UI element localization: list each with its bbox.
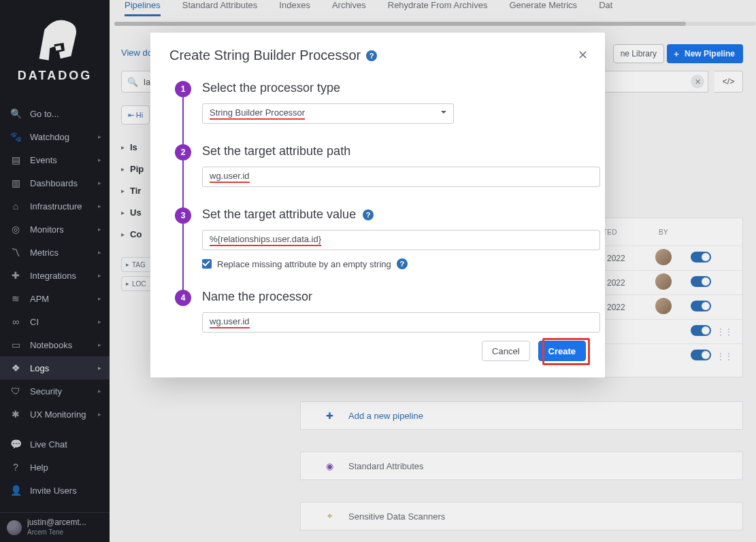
cancel-button[interactable]: Cancel xyxy=(482,341,529,361)
collapse-icon: ⇤ xyxy=(128,111,134,120)
chevron-right-icon: ▸ xyxy=(98,180,101,186)
step-2-title: Set the target attribute path xyxy=(202,144,586,158)
tab-indexes[interactable]: Indexes xyxy=(279,0,310,16)
step-1-title: Select the processor type xyxy=(202,81,586,95)
help-icon[interactable]: ? xyxy=(363,209,374,220)
chevron-down-icon xyxy=(441,111,446,116)
hide-button[interactable]: ⇤ Hi xyxy=(121,105,150,124)
close-button[interactable]: ✕ xyxy=(578,49,591,63)
nav-monitors[interactable]: ◎Monitors▸ xyxy=(0,218,110,241)
nav-user[interactable]: justin@arcemt... Arcem Tene xyxy=(0,512,110,542)
chevron-right-icon: ▸ xyxy=(98,272,101,279)
col-by: BY xyxy=(636,228,691,236)
toggle[interactable] xyxy=(691,350,711,360)
metrics-icon: 〽 xyxy=(8,247,23,258)
chevron-right-icon: ▸ xyxy=(121,231,125,238)
replace-missing-checkbox[interactable]: Replace missing attribute by an empty st… xyxy=(202,258,586,269)
chevron-right-icon: ▸ xyxy=(98,133,101,140)
nav-invite[interactable]: 👤Invite Users xyxy=(0,479,110,502)
nav-ux[interactable]: ✱UX Monitoring▸ xyxy=(0,403,110,426)
nav-goto[interactable]: 🔍Go to... xyxy=(0,102,110,125)
dashboards-icon: ▥ xyxy=(8,177,23,188)
nav-notebooks[interactable]: ▭Notebooks▸ xyxy=(0,333,110,356)
step-2: 2 Set the target attribute path wg.user.… xyxy=(169,144,586,187)
nav-dashboards[interactable]: ▥Dashboards▸ xyxy=(0,171,110,194)
drag-handle-icon[interactable]: ⋮⋮ xyxy=(717,327,729,337)
toggle[interactable] xyxy=(691,301,711,311)
search-icon: 🔍 xyxy=(8,108,23,119)
tab-overflow[interactable]: Dat xyxy=(599,0,612,16)
target-value-input[interactable]: %{relationships.user.data.id} xyxy=(202,230,600,250)
view-docs-link[interactable]: View do xyxy=(121,48,152,58)
nav-livechat[interactable]: 💬Live Chat xyxy=(0,433,110,456)
processor-type-select[interactable]: String Builder Processor xyxy=(202,103,454,124)
chevron-right-icon: ▸ xyxy=(98,156,101,163)
new-pipeline-button[interactable]: ＋New Pipeline xyxy=(667,44,743,63)
nav-logs[interactable]: ❖Logs▸ xyxy=(0,356,110,379)
apm-icon: ≋ xyxy=(8,293,23,304)
plus-icon: ＋ xyxy=(672,48,680,60)
chevron-right-icon: ▸ xyxy=(98,388,101,394)
nav-help[interactable]: ?Help xyxy=(0,456,110,479)
pipeline-library-button[interactable]: ne Library xyxy=(613,44,664,63)
step-number: 1 xyxy=(175,81,191,97)
tab-archives[interactable]: Archives xyxy=(332,0,366,16)
chevron-right-icon: ▸ xyxy=(98,295,101,302)
tab-std-attrs[interactable]: Standard Attributes xyxy=(182,0,258,16)
chevron-right-icon: ▸ xyxy=(98,341,101,348)
step-4: 4 Name the processor wg.user.id xyxy=(169,290,586,333)
tabs-scrollbar[interactable] xyxy=(114,22,756,26)
nav-ci[interactable]: ∞CI▸ xyxy=(0,310,110,333)
avatar xyxy=(655,273,672,290)
toggle[interactable] xyxy=(691,276,711,287)
add-pipeline-row[interactable]: ✚Add a new pipeline xyxy=(300,401,743,430)
nav-watchdog[interactable]: 🐾Watchdog▸ xyxy=(0,125,110,148)
selected-value: String Builder Processor xyxy=(210,107,305,120)
chat-icon: 💬 xyxy=(8,439,23,450)
chevron-right-icon: ▸ xyxy=(121,143,125,151)
checkbox-checked-icon[interactable] xyxy=(202,259,212,269)
tab-pipelines[interactable]: Pipelines xyxy=(125,0,161,16)
events-icon: ▤ xyxy=(8,154,23,165)
clear-search-button[interactable]: ✕ xyxy=(691,75,704,88)
nav-events[interactable]: ▤Events▸ xyxy=(0,148,110,171)
notebooks-icon: ▭ xyxy=(8,339,23,350)
drag-handle-icon[interactable]: ⋮⋮ xyxy=(717,352,729,361)
scrollbar-thumb[interactable] xyxy=(114,22,686,26)
nav-apm[interactable]: ≋APM▸ xyxy=(0,287,110,310)
check-circle-icon: ◉ xyxy=(323,461,336,471)
nav-infrastructure[interactable]: ⌂Infrastructure▸ xyxy=(0,194,110,218)
search-icon: 🔍 xyxy=(127,77,139,87)
tab-genmetrics[interactable]: Generate Metrics xyxy=(509,0,577,16)
chevron-right-icon: ▸ xyxy=(121,209,125,216)
sidebar: DATADOG 🔍Go to... 🐾Watchdog▸ ▤Events▸ ▥D… xyxy=(0,0,110,542)
help-icon[interactable]: ? xyxy=(397,258,408,269)
nav-metrics[interactable]: 〽Metrics▸ xyxy=(0,241,110,264)
scanners-row[interactable]: ⌖Sensitive Data Scanners xyxy=(300,502,743,530)
target-path-input[interactable]: wg.user.id xyxy=(202,167,600,187)
std-attrs-row[interactable]: ◉Standard Attributes xyxy=(300,452,743,480)
help-icon: ? xyxy=(8,462,23,473)
chevron-right-icon: ▸ xyxy=(98,226,101,233)
processor-name-input[interactable]: wg.user.id xyxy=(202,312,600,333)
nav-security[interactable]: 🛡Security▸ xyxy=(0,379,110,403)
help-icon[interactable]: ? xyxy=(366,50,377,61)
modal-title: Create String Builder Processor? xyxy=(169,48,586,63)
datadog-logo-icon xyxy=(29,13,82,67)
nav-integrations[interactable]: ✚Integrations▸ xyxy=(0,264,110,287)
step-4-title: Name the processor xyxy=(202,290,586,304)
code-toggle-button[interactable]: </> xyxy=(714,71,743,92)
tab-rehydrate[interactable]: Rehydrate From Archives xyxy=(388,0,488,16)
step-1: 1 Select the processor type String Build… xyxy=(169,81,586,124)
create-button[interactable]: Create xyxy=(538,341,586,361)
infra-icon: ⌂ xyxy=(8,201,23,211)
toggle[interactable] xyxy=(691,252,711,262)
top-tabs: Pipelines Standard Attributes Indexes Ar… xyxy=(112,0,756,19)
toggle[interactable] xyxy=(691,325,711,336)
chevron-right-icon: ▸ xyxy=(126,280,129,287)
invite-icon: 👤 xyxy=(8,485,23,496)
chevron-right-icon: ▸ xyxy=(121,165,125,173)
chevron-right-icon: ▸ xyxy=(98,318,101,325)
ux-icon: ✱ xyxy=(8,409,23,420)
user-org: Arcem Tene xyxy=(27,528,63,536)
